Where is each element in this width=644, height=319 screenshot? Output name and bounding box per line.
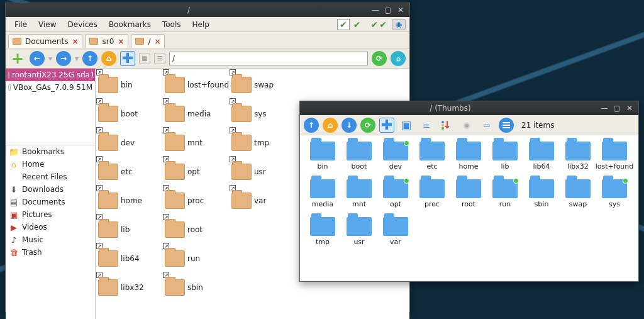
- folder-sbin[interactable]: sbin: [524, 179, 559, 216]
- home-button[interactable]: ⌂: [101, 51, 116, 66]
- up-button[interactable]: ↑: [304, 118, 319, 133]
- place-home[interactable]: ⌂Home: [6, 158, 95, 171]
- sort-button[interactable]: ↓: [438, 117, 455, 133]
- tab-sr0[interactable]: sr0×: [85, 34, 128, 48]
- folder-libx32[interactable]: libx32: [560, 142, 596, 178]
- close-tab-icon[interactable]: ×: [72, 37, 78, 46]
- titlebar[interactable]: / — ▢ ✕: [6, 3, 409, 17]
- menu-bookmarks[interactable]: Bookmarks: [104, 18, 156, 31]
- folder-run[interactable]: run: [487, 179, 523, 216]
- visibility-button[interactable]: ◉: [458, 117, 475, 133]
- folder-libx32[interactable]: ↗libx32: [98, 274, 161, 301]
- close-button[interactable]: ✕: [396, 6, 406, 14]
- menu-button[interactable]: [499, 118, 514, 133]
- device-vbox[interactable]: VBox_GAs_7.0.9 51M: [6, 81, 95, 94]
- folder-lib[interactable]: ↗lib: [98, 216, 161, 243]
- folder-dev[interactable]: dev: [378, 142, 413, 178]
- folder-lost+found[interactable]: lost+found: [597, 142, 632, 178]
- folder-sys[interactable]: ↗sys: [231, 100, 294, 128]
- place-videos[interactable]: ▶Videos: [6, 221, 95, 233]
- folder-root[interactable]: ↗root: [165, 216, 228, 243]
- menu-help[interactable]: Help: [187, 18, 214, 31]
- folder-proc[interactable]: proc: [414, 179, 450, 216]
- folder-sys[interactable]: sys: [597, 179, 632, 216]
- select-all-button[interactable]: ▣: [398, 117, 414, 133]
- folder-swap[interactable]: ↗swap: [231, 71, 294, 99]
- place-music[interactable]: ♪Music: [6, 233, 95, 246]
- tab-root[interactable]: /×: [131, 34, 165, 48]
- options-button[interactable]: ⚌: [418, 117, 435, 133]
- menu-file[interactable]: File: [9, 18, 32, 31]
- add-button[interactable]: ✚: [379, 118, 394, 133]
- folder-bin[interactable]: ↗bin: [98, 71, 161, 99]
- folder-tmp[interactable]: ↗tmp: [231, 129, 294, 157]
- task-checkbox[interactable]: ✔: [337, 19, 350, 30]
- refresh-button[interactable]: ⟳: [372, 51, 387, 66]
- folder-media[interactable]: media: [305, 179, 340, 216]
- titlebar[interactable]: / (Thumbs) — ▢ ✕: [300, 101, 638, 115]
- down-button[interactable]: ↓: [341, 118, 357, 133]
- place-pictures[interactable]: ▣Pictures: [6, 208, 95, 221]
- refresh-button[interactable]: ⟳: [360, 118, 375, 133]
- view-list-button[interactable]: ☰: [154, 53, 165, 64]
- forward-button[interactable]: →: [56, 51, 71, 66]
- place-bookmarks[interactable]: 📁Bookmarks: [6, 145, 95, 158]
- folder-boot[interactable]: ↗boot: [98, 100, 161, 128]
- folder-var[interactable]: var: [378, 217, 413, 254]
- folder-lost+found[interactable]: ↗lost+found: [165, 71, 228, 99]
- folder-boot[interactable]: boot: [341, 142, 377, 178]
- tab-documents[interactable]: Documents×: [8, 34, 82, 48]
- maximize-button[interactable]: ▢: [612, 104, 622, 113]
- close-tab-icon[interactable]: ×: [118, 37, 124, 46]
- new-tab-button[interactable]: +: [9, 50, 26, 67]
- home-button[interactable]: ⌂: [323, 118, 338, 133]
- app-icon[interactable]: ◉: [392, 19, 406, 30]
- folder-home[interactable]: home: [451, 142, 486, 178]
- folder-etc[interactable]: ↗etc: [98, 158, 161, 186]
- folder-usr[interactable]: usr: [341, 217, 377, 254]
- folder-mnt[interactable]: mnt: [341, 179, 377, 216]
- check-icon[interactable]: ✔: [353, 20, 361, 30]
- menu-devices[interactable]: Devices: [63, 18, 103, 31]
- menu-view[interactable]: View: [33, 18, 61, 31]
- folder-home[interactable]: ↗home: [98, 187, 161, 215]
- folder-lib[interactable]: lib: [487, 142, 523, 178]
- folder-bin[interactable]: bin: [305, 142, 340, 178]
- place-documents[interactable]: ▤Documents: [6, 196, 95, 208]
- folder-run[interactable]: ↗run: [165, 245, 228, 272]
- check-icon[interactable]: ✔: [379, 20, 387, 30]
- minimize-button[interactable]: —: [370, 6, 380, 14]
- folder-dev[interactable]: ↗dev: [98, 129, 161, 157]
- folder-lib64[interactable]: lib64: [524, 142, 559, 178]
- slideshow-button[interactable]: ▭: [479, 117, 495, 133]
- folder-usr[interactable]: ↗usr: [231, 158, 294, 186]
- add-button[interactable]: ✚: [120, 51, 135, 66]
- folder-swap[interactable]: swap: [560, 179, 596, 216]
- close-button[interactable]: ✕: [625, 104, 635, 113]
- path-input[interactable]: /: [169, 52, 368, 65]
- close-tab-icon[interactable]: ×: [154, 37, 160, 46]
- folder-var[interactable]: ↗var: [231, 187, 294, 215]
- minimize-button[interactable]: —: [599, 104, 609, 113]
- place-trash[interactable]: 🗑Trash: [6, 246, 95, 259]
- menu-tools[interactable]: Tools: [157, 18, 186, 31]
- view-icons-button[interactable]: ▦: [139, 53, 150, 64]
- folder-sbin[interactable]: ↗sbin: [165, 274, 228, 301]
- folder-lib64[interactable]: ↗lib64: [98, 245, 161, 272]
- folder-mnt[interactable]: ↗mnt: [165, 129, 228, 157]
- up-button[interactable]: ↑: [82, 51, 97, 66]
- search-button[interactable]: ⌕: [391, 51, 406, 66]
- folder-proc[interactable]: ↗proc: [165, 187, 228, 215]
- maximize-button[interactable]: ▢: [383, 6, 393, 14]
- back-button[interactable]: ←: [30, 51, 45, 66]
- folder-media[interactable]: ↗media: [165, 100, 228, 128]
- device-root[interactable]: rootantiX23 25G sda1: [6, 69, 95, 81]
- place-downloads[interactable]: ⬇Downloads: [6, 183, 95, 196]
- check-icon[interactable]: ✔: [371, 20, 379, 30]
- folder-tmp[interactable]: tmp: [305, 217, 340, 254]
- folder-etc[interactable]: etc: [414, 142, 450, 178]
- folder-opt[interactable]: ↗opt: [165, 158, 228, 186]
- folder-root[interactable]: root: [451, 179, 486, 216]
- file-pane[interactable]: binbootdevetchomeliblib64libx32lost+foun…: [300, 135, 638, 281]
- folder-opt[interactable]: opt: [378, 179, 413, 216]
